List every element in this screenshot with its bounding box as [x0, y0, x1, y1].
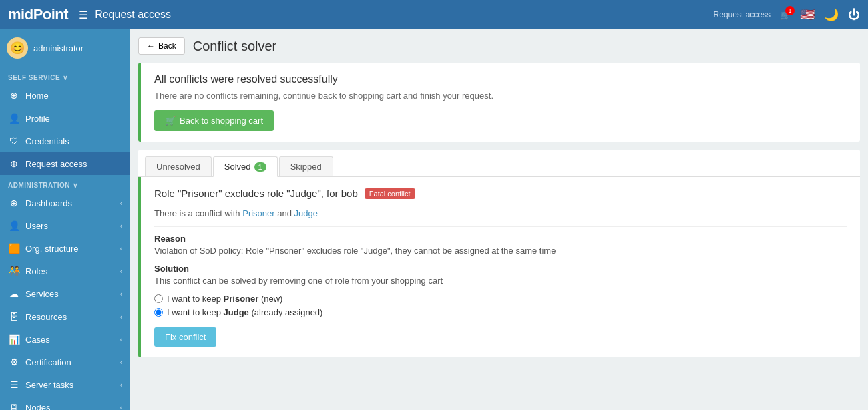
tab-unresolved[interactable]: Unresolved [145, 156, 212, 176]
conflict-title-row: Role "Prisoner" excludes role "Judge", f… [154, 188, 847, 199]
sidebar-item-label: Home [25, 91, 122, 101]
sidebar-item-label: Roles [25, 266, 120, 276]
back-to-cart-button[interactable]: 🛒 Back to shopping cart [154, 110, 274, 131]
tab-solved[interactable]: Solved 1 [213, 156, 278, 177]
back-button[interactable]: ← Back [138, 37, 185, 55]
sidebar-item-profile[interactable]: 👤 Profile [0, 107, 130, 130]
radio-prisoner-input[interactable] [154, 294, 163, 303]
cases-icon: 📊 [8, 334, 20, 345]
chevron-icon: ‹ [120, 200, 122, 207]
radio-keep-judge[interactable]: I want to keep Judge (already assigned) [154, 307, 847, 317]
sidebar-item-cases[interactable]: 📊 Cases ‹ [0, 328, 130, 351]
navbar-right: Request access 🛒 1 🇺🇸 🌙 ⏻ [714, 7, 860, 22]
sidebar-item-request-access[interactable]: ⊕ Request access [0, 152, 130, 175]
menu-icon[interactable]: ☰ [79, 9, 88, 21]
sidebar-item-label: Credentials [25, 136, 122, 146]
profile-icon: 👤 [8, 113, 20, 124]
sidebar-item-resources[interactable]: 🗄 Resources ‹ [0, 305, 130, 328]
cart-icon[interactable]: 🛒 1 [780, 10, 791, 20]
sidebar-item-server-tasks[interactable]: ☰ Server tasks ‹ [0, 373, 130, 396]
brand-logo: midPoint [8, 6, 68, 23]
home-icon: ⊕ [8, 90, 20, 101]
self-service-header: SELF SERVICE ∨ [0, 67, 130, 84]
sidebar-item-label: Server tasks [25, 380, 120, 390]
navbar: midPoint ☰ Request access Request access… [0, 0, 868, 29]
roles-icon: 🧑‍🤝‍🧑 [8, 266, 20, 276]
chevron-icon: ‹ [120, 290, 122, 298]
navbar-title: Request access [95, 9, 171, 21]
tab-label: Unresolved [156, 162, 200, 172]
dashboards-icon: ⊕ [8, 198, 20, 208]
users-icon: 👤 [8, 220, 20, 231]
reason-label: Reason [154, 234, 847, 244]
radio-judge-input[interactable] [154, 308, 163, 317]
nodes-icon: 🖥 [8, 402, 20, 410]
divider [154, 226, 847, 227]
conflict-description: There is a conflict with Prisoner and Ju… [154, 208, 847, 218]
request-access-icon: ⊕ [8, 158, 20, 169]
back-arrow-icon: ← [147, 41, 155, 51]
conflict-title: Role "Prisoner" excludes role "Judge", f… [154, 188, 358, 199]
reason-text: Violation of SoD policy: Role "Prisoner"… [154, 246, 847, 256]
conflict-panel: Role "Prisoner" excludes role "Judge", f… [138, 177, 860, 357]
page-header: ← Back Conflict solver [138, 37, 860, 55]
judge-link[interactable]: Judge [294, 208, 318, 218]
sidebar-item-label: Services [25, 289, 120, 299]
sidebar-item-services[interactable]: ☁ Services ‹ [0, 282, 130, 305]
server-tasks-icon: ☰ [8, 379, 20, 390]
page-title: Conflict solver [193, 39, 277, 54]
content-area: ← Back Conflict solver All conflicts wer… [130, 29, 868, 410]
solution-text: This conflict can be solved by removing … [154, 276, 847, 286]
chevron-icon: ‹ [120, 222, 122, 230]
navbar-request-access-link[interactable]: Request access [714, 10, 771, 19]
sidebar-item-label: Org. structure [25, 244, 120, 254]
sidebar-item-label: Request access [25, 159, 122, 169]
chevron-icon: ‹ [120, 336, 122, 343]
solved-badge: 1 [254, 162, 266, 172]
username-label: administrator [33, 43, 83, 53]
sidebar-item-credentials[interactable]: 🛡 Credentials [0, 130, 130, 152]
sidebar-item-home[interactable]: ⊕ Home [0, 84, 130, 107]
credentials-icon: 🛡 [8, 136, 20, 146]
radio-prisoner-label: I want to keep Prisoner (new) [167, 294, 282, 304]
fatal-conflict-badge: Fatal conflict [365, 188, 415, 199]
radio-judge-label: I want to keep Judge (already assigned) [167, 307, 322, 317]
tab-skipped[interactable]: Skipped [279, 156, 333, 176]
sidebar-item-users[interactable]: 👤 Users ‹ [0, 214, 130, 237]
sidebar-item-certification[interactable]: ⚙ Certification ‹ [0, 351, 130, 373]
tab-label: Solved [224, 162, 251, 172]
sidebar-item-roles[interactable]: 🧑‍🤝‍🧑 Roles ‹ [0, 260, 130, 282]
sidebar-item-label: Nodes [25, 403, 120, 411]
tab-label: Skipped [290, 162, 322, 172]
flag-icon[interactable]: 🇺🇸 [800, 7, 815, 22]
services-icon: ☁ [8, 288, 20, 299]
cart-badge: 1 [785, 6, 795, 15]
radio-keep-prisoner[interactable]: I want to keep Prisoner (new) [154, 294, 847, 304]
org-structure-icon: 🟧 [8, 243, 20, 254]
sidebar-item-label: Profile [25, 114, 122, 124]
administration-header: ADMINISTRATION ∨ [0, 175, 130, 192]
sidebar-item-label: Resources [25, 312, 120, 322]
power-icon[interactable]: ⏻ [848, 8, 860, 22]
avatar: 😊 [7, 37, 28, 59]
success-title: All conflicts were resolved successfully [154, 73, 847, 85]
sidebar-item-nodes[interactable]: 🖥 Nodes ‹ [0, 396, 130, 410]
prisoner-link[interactable]: Prisoner [242, 208, 274, 218]
main-layout: 😊 administrator SELF SERVICE ∨ ⊕ Home 👤 … [0, 29, 868, 410]
sidebar-item-dashboards[interactable]: ⊕ Dashboards ‹ [0, 192, 130, 214]
chevron-icon: ‹ [120, 359, 122, 366]
sidebar-item-label: Users [25, 221, 120, 231]
chevron-icon: ‹ [120, 245, 122, 252]
chevron-icon: ‹ [120, 404, 122, 411]
sidebar-item-org-structure[interactable]: 🟧 Org. structure ‹ [0, 237, 130, 260]
chevron-icon: ‹ [120, 313, 122, 321]
success-message: There are no conflicts remaining, contin… [154, 91, 847, 101]
sidebar: 😊 administrator SELF SERVICE ∨ ⊕ Home 👤 … [0, 29, 130, 410]
sidebar-item-label: Dashboards [25, 198, 120, 208]
sidebar-item-label: Cases [25, 335, 120, 345]
fix-conflict-button[interactable]: Fix conflict [154, 327, 216, 347]
chevron-icon: ‹ [120, 381, 122, 389]
resources-icon: 🗄 [8, 311, 20, 322]
cart-btn-icon: 🛒 [165, 116, 176, 126]
dark-mode-icon[interactable]: 🌙 [824, 7, 839, 22]
